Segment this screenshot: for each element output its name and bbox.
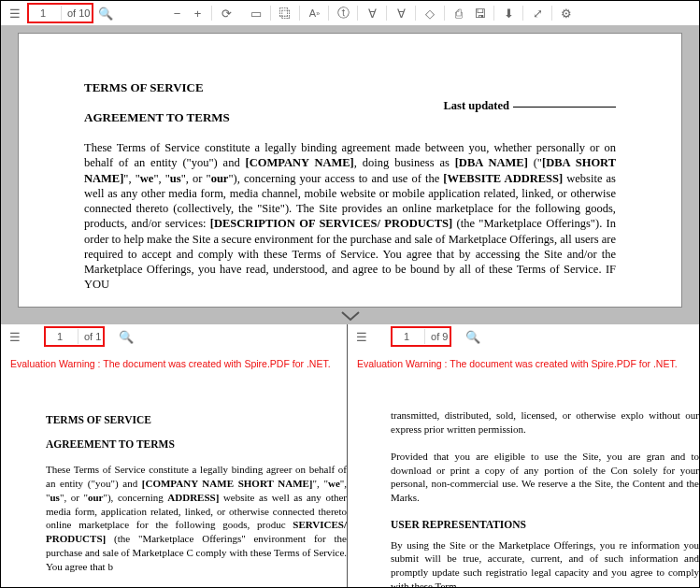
- separator: [78, 329, 79, 344]
- expand-arrow[interactable]: [1, 308, 699, 324]
- separator: [299, 6, 300, 21]
- page-indicator: of 10: [31, 6, 90, 21]
- search-icon[interactable]: 🔍: [97, 5, 114, 22]
- doc-title: TERMS OF SERVICE: [46, 414, 347, 425]
- doc-body-text: transmitted, distributed, sold, licensed…: [391, 409, 699, 437]
- search-icon[interactable]: 🔍: [118, 328, 135, 345]
- page-indicator: of 1: [48, 329, 101, 344]
- separator: [211, 6, 212, 21]
- separator: [328, 6, 329, 21]
- doc-heading-agreement: AGREEMENT TO TERMS: [46, 438, 347, 450]
- zoom-in-icon[interactable]: +: [189, 5, 206, 22]
- evaluation-warning: Evaluation Warning : The document was cr…: [1, 349, 347, 371]
- pdf-viewer-bottom-right: ☰ of 9 🔍 Evaluation Warning : The docume…: [348, 324, 699, 588]
- sidebar-toggle-icon[interactable]: ☰: [7, 328, 23, 345]
- separator: [444, 6, 445, 21]
- pdf-viewer-top: ☰ of 10 🔍 − + ⟳ ▭ ⿻ A» ⓣ ∀ ∀ ◇ ⎙ 🖫 ⬇: [1, 1, 699, 308]
- marker-icon[interactable]: ∀: [393, 5, 409, 22]
- toolbar-top: ☰ of 10 🔍 − + ⟳ ▭ ⿻ A» ⓣ ∀ ∀ ◇ ⎙ 🖫 ⬇: [1, 1, 699, 25]
- page-indicator-highlight: of 9: [391, 326, 451, 347]
- doc-body-text: Provided that you are eligible to use th…: [391, 450, 699, 505]
- highlight-icon[interactable]: ∀: [364, 5, 380, 22]
- separator: [357, 6, 358, 21]
- text-size-icon[interactable]: A»: [306, 5, 322, 22]
- toolbar-br: ☰ of 9 🔍: [348, 324, 699, 349]
- page-indicator-highlight: of 1: [44, 326, 105, 347]
- doc-body-text: By using the Site or the Marketplace Off…: [391, 538, 699, 588]
- page-layout-icon[interactable]: ⿻: [277, 5, 293, 22]
- separator: [424, 329, 425, 344]
- separator: [493, 6, 494, 21]
- page-number-input[interactable]: [31, 6, 55, 21]
- erase-icon[interactable]: ◇: [421, 5, 438, 22]
- bottom-row: ☰ of 1 🔍 Evaluation Warning : The docume…: [1, 324, 699, 588]
- page-total-label: of 10: [67, 7, 90, 19]
- print-icon[interactable]: ⎙: [450, 5, 467, 22]
- page-total-label: of 1: [84, 331, 101, 342]
- fullscreen-icon[interactable]: ⤢: [529, 5, 546, 22]
- pdf-viewer-bottom-left: ☰ of 1 🔍 Evaluation Warning : The docume…: [1, 324, 348, 588]
- separator: [551, 6, 552, 21]
- page-total-label: of 9: [431, 331, 448, 342]
- settings-icon[interactable]: ⚙: [558, 5, 575, 22]
- zoom-out-icon[interactable]: −: [168, 5, 185, 22]
- download-icon[interactable]: ⬇: [500, 5, 517, 22]
- page-indicator: of 9: [394, 329, 448, 344]
- doc-body-text: These Terms of Service constitute a lega…: [46, 463, 347, 574]
- toolbar-bl: ☰ of 1 🔍: [1, 324, 347, 349]
- document-page: TERMS OF SERVICE Last updated AGREEMENT …: [18, 33, 682, 308]
- doc-title: TERMS OF SERVICE: [84, 80, 616, 95]
- evaluation-warning: Evaluation Warning : The document was cr…: [348, 349, 699, 371]
- sidebar-toggle-icon[interactable]: ☰: [353, 328, 370, 345]
- document-area-top: TERMS OF SERVICE Last updated AGREEMENT …: [1, 25, 699, 308]
- page-number-input[interactable]: [394, 329, 419, 344]
- rotate-icon[interactable]: ⟳: [218, 5, 235, 22]
- separator: [415, 6, 416, 21]
- doc-heading-user-rep: USER REPRESENTATIONS: [391, 518, 699, 533]
- last-updated-label: Last updated: [443, 99, 616, 113]
- search-icon[interactable]: 🔍: [464, 328, 481, 345]
- sidebar-toggle-icon[interactable]: ☰: [7, 5, 23, 22]
- separator: [61, 6, 62, 21]
- fit-width-icon[interactable]: ▭: [248, 5, 264, 22]
- page-number-input[interactable]: [48, 329, 72, 344]
- separator: [386, 6, 387, 21]
- text-tool-icon[interactable]: ⓣ: [335, 5, 351, 22]
- page-indicator-highlight: of 10: [27, 3, 93, 23]
- save-icon[interactable]: 🖫: [471, 5, 488, 22]
- doc-body-text: These Terms of Service constitute a lega…: [84, 140, 616, 293]
- separator: [270, 6, 271, 21]
- separator: [522, 6, 523, 21]
